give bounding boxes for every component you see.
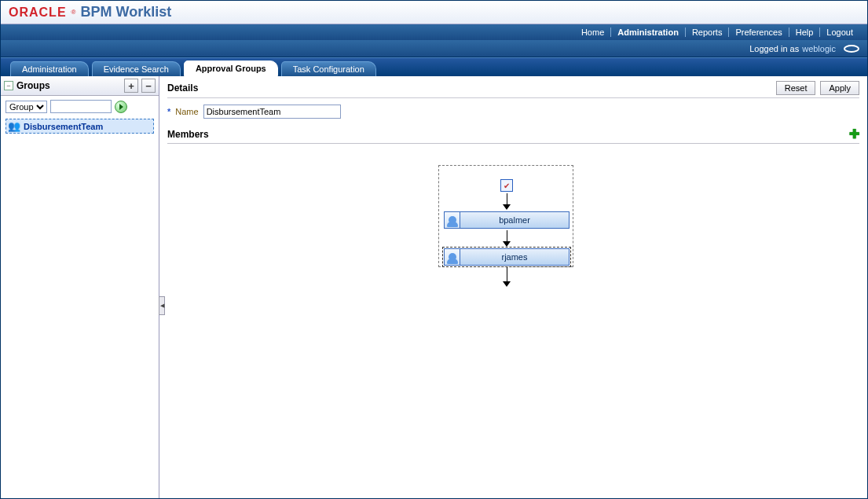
remove-group-button[interactable]: − — [141, 79, 156, 93]
flow-column: bpalmerrjames — [397, 154, 617, 288]
member-node[interactable]: bpalmer — [444, 211, 570, 229]
start-node-icon[interactable] — [500, 179, 513, 192]
groups-tree: 👥DisbursementTeam — [1, 117, 159, 135]
apply-button[interactable]: Apply — [820, 81, 859, 95]
add-member-icon[interactable]: ✚ — [849, 127, 859, 141]
divider — [167, 97, 859, 98]
nav-link-preferences[interactable]: Preferences — [729, 28, 789, 37]
members-title: Members — [167, 129, 209, 140]
name-input[interactable] — [203, 105, 341, 119]
tree-item-label: DisbursementTeam — [24, 122, 103, 131]
sidebar-title: Groups — [16, 80, 50, 91]
sidebar-filter: Group — [1, 96, 159, 117]
main-tabs: AdministrationEvidence SearchApproval Gr… — [1, 57, 867, 76]
reset-button[interactable]: Reset — [776, 81, 816, 95]
tab-approval-groups[interactable]: Approval Groups — [184, 61, 278, 76]
content-area: − Groups + − Group 👥DisbursementTeam Det… — [1, 76, 867, 499]
sidebar-header: − Groups + − — [1, 76, 159, 96]
status-oval-icon[interactable] — [844, 45, 859, 53]
tab-evidence-search[interactable]: Evidence Search — [92, 61, 181, 76]
nav-link-reports[interactable]: Reports — [686, 28, 730, 37]
login-prefix: Logged in as — [749, 44, 799, 53]
group-icon: 👥 — [8, 120, 20, 132]
member-node[interactable]: rjames — [444, 248, 570, 266]
add-group-button[interactable]: + — [124, 79, 138, 93]
user-icon — [445, 249, 460, 265]
login-status-bar: Logged in as weblogic — [1, 40, 867, 57]
global-nav: HomeAdministrationReportsPreferencesHelp… — [1, 24, 867, 40]
nav-link-administration[interactable]: Administration — [611, 28, 686, 37]
members-canvas: bpalmerrjames — [159, 144, 867, 499]
required-icon: * — [167, 107, 170, 116]
sidebar: − Groups + − Group 👥DisbursementTeam — [1, 76, 159, 499]
login-user: weblogic — [802, 44, 836, 53]
nav-link-home[interactable]: Home — [575, 28, 611, 37]
app-title: BPM Worklist — [80, 4, 171, 20]
name-label: Name — [175, 107, 198, 116]
members-header: Members ✚ — [159, 122, 867, 143]
nav-link-logout[interactable]: Logout — [820, 28, 859, 37]
details-title: Details — [167, 83, 198, 94]
trademark-icon: ® — [71, 9, 76, 16]
details-header: Details Reset Apply — [159, 76, 867, 97]
tab-administration[interactable]: Administration — [10, 61, 89, 76]
name-field-row: * Name — [159, 101, 867, 122]
nav-link-help[interactable]: Help — [789, 28, 821, 37]
splitter-handle[interactable] — [159, 296, 165, 315]
tree-item[interactable]: 👥DisbursementTeam — [5, 119, 154, 134]
vendor-logo: ORACLE — [9, 6, 67, 20]
collapse-icon[interactable]: − — [4, 81, 13, 90]
flow-arrow-icon — [503, 193, 511, 210]
flow-arrow-icon — [503, 267, 511, 287]
filter-input[interactable] — [50, 100, 112, 113]
user-icon — [445, 212, 460, 228]
member-name-label: rjames — [460, 252, 569, 262]
filter-type-select[interactable]: Group — [5, 101, 47, 113]
member-name-label: bpalmer — [460, 215, 569, 225]
app-header: ORACLE® BPM Worklist — [1, 1, 867, 24]
filter-go-button[interactable] — [115, 101, 127, 113]
tab-task-configuration[interactable]: Task Configuration — [281, 61, 376, 76]
flow-arrow-icon — [503, 230, 511, 247]
main-panel: Details Reset Apply * Name Members ✚ bpa… — [159, 76, 867, 499]
